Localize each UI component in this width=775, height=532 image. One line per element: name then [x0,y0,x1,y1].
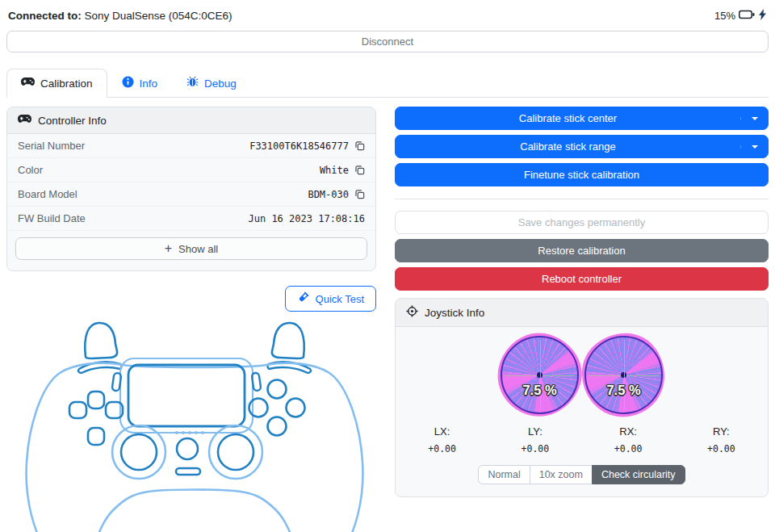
battery-status: 15% [714,9,767,23]
quick-test-button[interactable]: Quick Test [285,286,376,312]
stick-position-dot [537,372,542,378]
calibrate-stick-center-label: Calibrate stick center [396,112,740,124]
calibrate-stick-range-label: Calibrate stick range [396,140,740,153]
rx-label: RX: [582,425,675,438]
right-stick-gauge: 7.5 % [584,336,663,414]
device-name: Sony DualSense (054C:0CE6) [85,10,232,22]
ly-value: +0.00 [488,443,581,455]
rx-value: +0.00 [582,443,675,455]
show-all-button[interactable]: + Show all [15,237,367,260]
gamepad-icon [21,77,35,90]
mode-normal-button[interactable]: Normal [478,465,530,484]
reboot-controller-button[interactable]: Reboot controller [395,267,769,291]
copy-icon[interactable] [354,165,365,175]
color-label: Color [18,164,43,176]
tab-bar: Calibration Info Debug [6,69,769,98]
controller-info-header: Controller Info [7,107,375,134]
save-changes-label: Save changes permanently [518,216,646,228]
info-row-board-model: Board Model BDM-030 [7,182,375,207]
app-root: Connected to: Sony DualSense (054C:0CE6)… [0,0,775,532]
serial-number-value: F33100T6K18546777 [249,140,349,152]
show-all-label: Show all [178,243,218,255]
fw-build-date-label: FW Build Date [18,212,86,224]
board-model-label: Board Model [18,188,78,200]
chevron-down-icon [752,145,758,149]
tab-info[interactable]: Info [107,69,173,98]
chevron-down-icon [752,117,758,120]
lx-value: +0.00 [396,443,488,455]
copy-icon[interactable] [354,189,365,199]
status-bar: Connected to: Sony DualSense (054C:0CE6)… [6,6,769,31]
tab-calibration[interactable]: Calibration [6,69,107,98]
joystick-info-card: Joystick Info 7.5 % 7.5 % [395,298,769,497]
calibrate-stick-center-button[interactable]: Calibrate stick center [395,107,769,130]
charging-bolt-icon [758,9,767,23]
controller-info-card: Controller Info Serial Number F33100T6K1… [6,107,376,271]
axis-ry: RY: +0.00 [675,425,768,455]
quick-test-label: Quick Test [316,293,364,305]
axis-ly: LY: +0.00 [488,425,581,455]
right-stick-plot: 7.5 % [584,336,663,414]
board-model-value: BDM-030 [308,189,349,200]
stick-gauges: 7.5 % 7.5 % [396,327,768,416]
axis-readouts: LX: +0.00 LY: +0.00 RX: +0.00 RY: +0.00 [396,416,768,456]
ry-value: +0.00 [675,443,768,455]
joystick-info-header: Joystick Info [396,299,768,327]
left-stick-gauge: 7.5 % [501,336,579,414]
ly-label: LY: [488,425,581,438]
disconnect-label: Disconnect [362,36,413,48]
lx-label: LX: [396,425,488,438]
color-value: White [320,165,349,176]
info-row-fw-build-date: FW Build Date Jun 16 2023 17:08:16 [7,207,375,231]
connected-to-label: Connected to: [8,10,82,22]
disconnect-button[interactable]: Disconnect [6,31,769,52]
save-changes-button[interactable]: Save changes permanently [395,211,769,234]
ry-label: RY: [675,425,768,438]
finetune-label: Finetune stick calibration [524,169,639,181]
info-row-color: Color White [7,158,375,182]
divider [395,199,769,199]
controller-illustration [13,315,376,532]
tab-debug[interactable]: Debug [172,69,251,98]
tab-calibration-label: Calibration [40,77,93,90]
copy-icon[interactable] [354,140,365,151]
left-deadzone-value: 7.5 % [502,383,577,398]
tab-debug-label: Debug [204,77,237,90]
crosshair-icon [406,305,418,320]
reboot-controller-label: Reboot controller [542,273,622,285]
controller-info-title: Controller Info [38,115,107,127]
info-icon [122,76,134,90]
plus-icon: + [165,242,172,255]
mode-check-circularity-button[interactable]: Check circularity [592,465,685,484]
mode-10x-zoom-button[interactable]: 10x zoom [530,465,593,484]
restore-calibration-label: Restore calibration [538,245,625,257]
finetune-calibration-button[interactable]: Finetune stick calibration [395,163,769,186]
tab-info-label: Info [140,77,158,90]
axis-rx: RX: +0.00 [582,425,675,455]
right-deadzone-value: 7.5 % [586,383,661,398]
bug-icon [186,76,199,90]
calibrate-range-dropdown-toggle[interactable] [740,145,768,149]
fw-build-date-value: Jun 16 2023 17:08:16 [249,213,366,224]
restore-calibration-button[interactable]: Restore calibration [395,239,769,262]
left-stick-plot: 7.5 % [501,336,579,414]
view-mode-group: Normal 10x zoom Check circularity [396,456,768,496]
connection-status: Connected to: Sony DualSense (054C:0CE6) [8,10,232,22]
axis-lx: LX: +0.00 [396,425,488,455]
joystick-info-title: Joystick Info [425,307,484,319]
calibrate-stick-range-button[interactable]: Calibrate stick range [395,135,769,158]
serial-number-label: Serial Number [18,140,85,152]
battery-icon [739,10,755,22]
info-row-serial: Serial Number F33100T6K18546777 [7,134,375,158]
gamepad-icon [18,114,31,127]
test-tube-icon [297,291,309,306]
battery-percent: 15% [714,10,735,22]
calibrate-center-dropdown-toggle[interactable] [740,117,768,120]
stick-position-dot [621,372,626,378]
